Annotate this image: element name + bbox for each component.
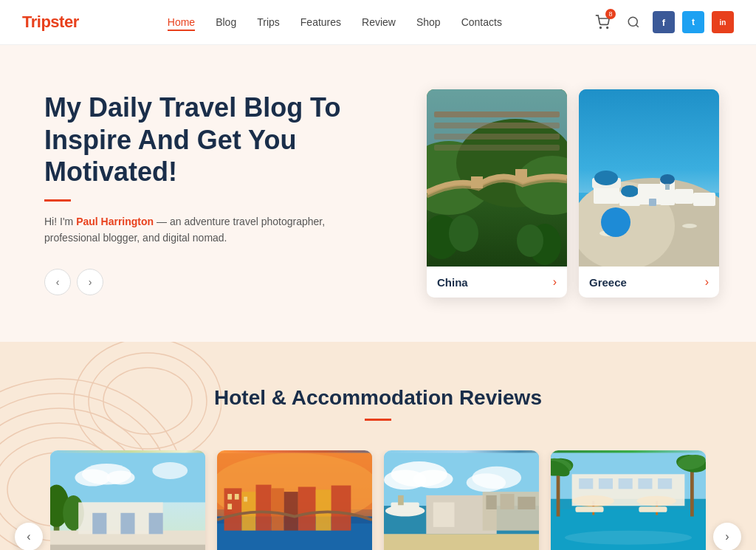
hotel-card-1[interactable]: ★ 5.0 Passeig de Gràcia Hotel, Barcelona… [50, 450, 205, 550]
nav-item-shop[interactable]: Shop [416, 16, 441, 29]
author-name: Paul Harrington [76, 216, 154, 227]
svg-rect-67 [256, 485, 272, 531]
svg-point-31 [682, 224, 697, 228]
destination-card-china[interactable]: China › [427, 89, 567, 298]
prev-button[interactable]: ‹ [44, 269, 71, 295]
hotel-image-4 [551, 450, 706, 550]
greece-arrow[interactable]: › [705, 275, 709, 289]
hero-description: Hi! I'm Paul Harrington — an adventure t… [44, 213, 354, 247]
svg-rect-115 [579, 478, 593, 489]
destination-card-greece[interactable]: Greece › [579, 89, 719, 298]
china-arrow[interactable]: › [553, 275, 557, 289]
svg-rect-58 [50, 545, 205, 550]
svg-point-30 [599, 230, 617, 236]
hero-section: My Daily Travel Blog To Inspire And Get … [0, 45, 756, 342]
svg-point-46 [75, 470, 110, 487]
svg-rect-94 [518, 497, 535, 509]
svg-rect-24 [649, 199, 656, 206]
hotel-card-4[interactable]: ★ 5.0 Windemere Hotel, Darjeeling, India [551, 450, 706, 550]
svg-rect-113 [639, 506, 667, 512]
nav-item-home[interactable]: Home [168, 16, 195, 29]
reviews-content: Hotel & Accommodation Reviews ‹ [0, 386, 756, 550]
nav-right: 8 f t in [591, 10, 734, 34]
twitter-button[interactable]: t [682, 11, 704, 33]
nav-item-features[interactable]: Features [300, 16, 341, 29]
logo[interactable]: Tripster [22, 13, 79, 32]
greece-image [579, 89, 719, 267]
svg-rect-95 [384, 534, 539, 550]
svg-rect-112 [575, 506, 603, 512]
svg-rect-90 [398, 495, 404, 505]
svg-rect-27 [665, 184, 670, 190]
facebook-icon: f [662, 17, 665, 28]
reviews-header: Hotel & Accommodation Reviews [0, 386, 756, 421]
svg-rect-56 [120, 513, 134, 534]
nav-link-contacts[interactable]: Contacts [461, 16, 502, 28]
svg-rect-72 [331, 486, 351, 531]
hero-arrows: ‹ › [44, 269, 354, 295]
svg-rect-55 [92, 513, 106, 534]
svg-point-20 [594, 171, 618, 185]
svg-rect-71 [316, 489, 331, 530]
greece-card-footer: Greece › [579, 267, 719, 298]
svg-rect-89 [391, 502, 419, 512]
svg-rect-116 [599, 478, 613, 489]
svg-point-47 [106, 471, 134, 485]
svg-rect-92 [486, 495, 496, 509]
hotel-image-1 [50, 450, 205, 550]
china-image [427, 89, 567, 267]
reviews-title: Hotel & Accommodation Reviews [0, 386, 756, 410]
cart-button[interactable]: 8 [591, 10, 614, 34]
svg-point-100 [565, 531, 692, 545]
next-button[interactable]: › [77, 269, 103, 295]
hero-title: My Daily Travel Blog To Inspire And Get … [44, 92, 354, 188]
svg-rect-73 [227, 494, 232, 500]
nav-link-home[interactable]: Home [168, 16, 195, 31]
nav-link-blog[interactable]: Blog [216, 16, 236, 28]
reviews-slider: ‹ [0, 450, 756, 550]
nav-item-blog[interactable]: Blog [216, 16, 236, 29]
cart-badge: 8 [605, 9, 616, 19]
navbar: Tripster Home Blog Trips Features Review… [0, 0, 756, 45]
svg-rect-70 [298, 487, 316, 530]
nav-links: Home Blog Trips Features Review Shop Con… [168, 16, 502, 29]
svg-point-1 [607, 27, 608, 29]
nav-link-features[interactable]: Features [300, 16, 341, 28]
svg-rect-74 [235, 494, 239, 500]
reviews-next-button[interactable]: › [713, 523, 741, 550]
twitter-icon: t [692, 17, 695, 27]
nav-item-review[interactable]: Review [362, 16, 396, 29]
svg-point-13 [517, 224, 543, 257]
svg-rect-117 [619, 478, 633, 489]
svg-point-81 [413, 470, 453, 489]
china-card-footer: China › [427, 267, 567, 298]
svg-point-22 [621, 185, 639, 197]
nav-item-trips[interactable]: Trips [257, 16, 280, 29]
nav-link-review[interactable]: Review [362, 16, 396, 28]
reviews-divider [365, 419, 391, 421]
facebook-button[interactable]: f [653, 11, 675, 33]
svg-rect-119 [658, 478, 672, 489]
nav-link-trips[interactable]: Trips [257, 16, 280, 28]
search-button[interactable] [622, 10, 645, 34]
instagram-icon: in [720, 18, 726, 27]
svg-rect-87 [461, 499, 486, 527]
reviews-section: Hotel & Accommodation Reviews ‹ [0, 342, 756, 550]
hotel-card-3[interactable]: ★ 4.4 Dan Accadia, Herzliya, Israel [384, 450, 539, 550]
logo-text-suffix: ter [59, 13, 79, 31]
svg-rect-29 [693, 193, 715, 206]
svg-rect-9 [515, 169, 527, 181]
reviews-prev-button[interactable]: ‹ [15, 523, 43, 550]
hero-images: China › [427, 89, 734, 298]
nav-link-shop[interactable]: Shop [416, 16, 441, 28]
svg-rect-93 [501, 494, 515, 509]
hero-text: My Daily Travel Blog To Inspire And Get … [44, 92, 354, 295]
nav-item-contacts[interactable]: Contacts [461, 16, 502, 29]
svg-point-11 [449, 215, 478, 252]
hotel-card-2[interactable]: ★ 4.5 Hotel Exe Cristal Palace, Barcelon… [217, 450, 372, 550]
instagram-button[interactable]: in [712, 11, 734, 33]
hotel-image-3 [384, 450, 539, 550]
hero-desc-prefix: Hi! I'm [44, 216, 76, 227]
svg-point-48 [152, 462, 188, 479]
svg-rect-86 [433, 502, 455, 526]
